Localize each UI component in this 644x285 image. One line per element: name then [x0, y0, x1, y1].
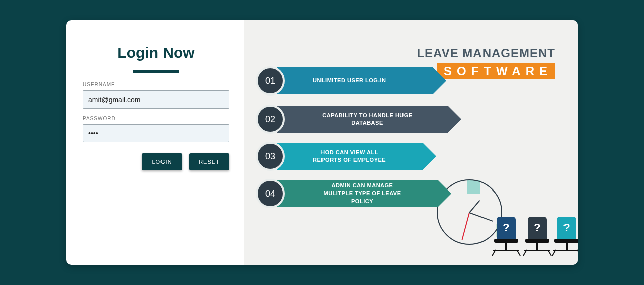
promo-title-line1: LEAVE MANAGEMENT [417, 46, 555, 60]
title-underline [133, 70, 179, 73]
feature-number: 03 [256, 142, 285, 171]
login-form: Login Now USERNAME PASSWORD LOGIN RESET [66, 20, 244, 265]
chair-icon: ? [551, 217, 578, 260]
feature-number: 04 [256, 179, 285, 208]
feature-text: CAPABILITY TO HANDLE HUGE DATABASE [277, 106, 448, 133]
button-row: LOGIN RESET [83, 153, 229, 170]
feature-text: ADMIN CAN MANAGE MULITPLE TYPE OF LEAVE … [277, 180, 438, 207]
login-title: Login Now [83, 44, 229, 61]
feature-number: 02 [256, 105, 285, 134]
decorative-graphic: ? ? ? [437, 179, 568, 260]
feature-text: HOD CAN VIEW ALL REPORTS OF EMPLOYEE [277, 143, 423, 170]
login-card: Login Now USERNAME PASSWORD LOGIN RESET … [66, 20, 578, 265]
reset-button[interactable]: RESET [189, 153, 229, 170]
login-button[interactable]: LOGIN [142, 153, 182, 170]
username-input[interactable] [83, 90, 229, 109]
feature-text: UNLIMITED USER LOG-IN [277, 67, 433, 94]
chair-icon: ? [491, 217, 521, 260]
promo-panel: LEAVE MANAGEMENT SOFTWARE 01 UNLIMITED U… [244, 20, 578, 265]
chair-icon: ? [522, 217, 552, 260]
promo-title-line2: SOFTWARE [437, 63, 555, 79]
feature-number: 01 [256, 66, 285, 96]
username-label: USERNAME [83, 82, 229, 87]
password-input[interactable] [83, 124, 229, 142]
password-label: PASSWORD [83, 116, 229, 121]
